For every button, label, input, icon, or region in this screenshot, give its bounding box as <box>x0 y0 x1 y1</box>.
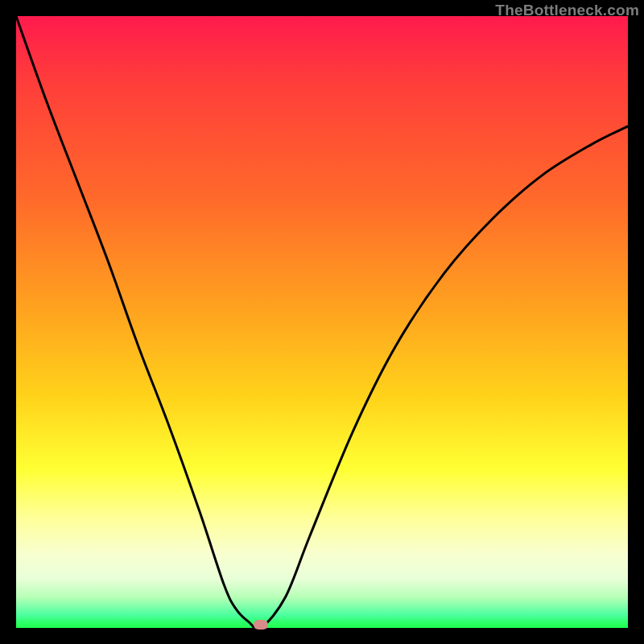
plot-area <box>16 16 628 628</box>
chart-frame <box>16 16 628 628</box>
minimum-marker <box>254 620 268 630</box>
bottleneck-curve <box>16 16 628 628</box>
